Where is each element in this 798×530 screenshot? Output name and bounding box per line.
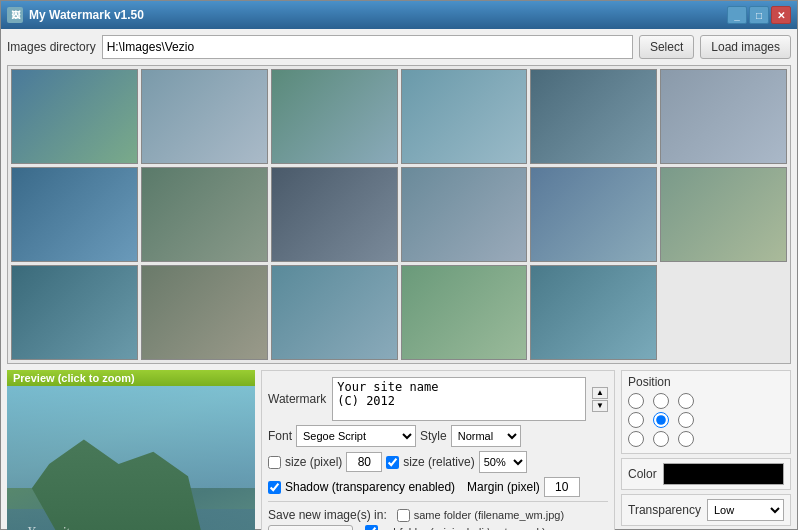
image-thumbnail[interactable] <box>530 167 657 262</box>
size-pixel-checkbox[interactable] <box>268 456 281 469</box>
maximize-button[interactable]: □ <box>749 6 769 24</box>
watermark-textarea[interactable]: Your site name (C) 2012 <box>332 377 586 421</box>
position-radio-ml[interactable] <box>628 412 644 428</box>
color-swatch[interactable] <box>663 463 784 485</box>
image-thumbnail[interactable] <box>271 265 398 360</box>
position-radio-bl[interactable] <box>628 431 644 447</box>
load-images-button[interactable]: Load images <box>700 35 791 59</box>
font-select[interactable]: Segoe Script Arial Times New Roman <box>296 425 416 447</box>
same-folder-row: same folder (filename_wm.jpg) <box>397 509 564 522</box>
watermark-text-row: Watermark Your site name (C) 2012 ▲ ▼ <box>268 377 608 421</box>
select-button[interactable]: Select <box>639 35 694 59</box>
color-label: Color <box>628 467 657 481</box>
position-radio-br[interactable] <box>678 431 694 447</box>
main-content: Images directory Select Load images <box>1 29 797 530</box>
titlebar: 🖼 My Watermark v1.50 _ □ ✕ <box>1 1 797 29</box>
preview-image[interactable]: Your site name (C) 2012 <box>7 386 255 530</box>
margin-label: Margin (pixel) <box>467 480 540 494</box>
directory-bar: Images directory Select Load images <box>7 35 791 59</box>
image-thumbnail[interactable] <box>141 69 268 164</box>
size-relative-checkbox[interactable] <box>386 456 399 469</box>
close-button[interactable]: ✕ <box>771 6 791 24</box>
image-thumbnail[interactable] <box>530 265 657 360</box>
preview-label: Preview (click to zoom) <box>7 370 255 386</box>
position-radio-tl[interactable] <box>628 393 644 409</box>
image-thumbnail[interactable] <box>271 69 398 164</box>
size-row: size (pixel) size (relative) 50% 25% 75% <box>268 451 608 473</box>
same-folder-checkbox[interactable] <box>397 509 410 522</box>
open-folder-button[interactable]: Open folder <box>268 525 353 530</box>
transparency-select[interactable]: Low Medium High None <box>707 499 784 521</box>
preview-panel: Preview (click to zoom) Your site name (… <box>7 370 255 530</box>
right-panel: Position Color <box>621 370 791 530</box>
image-thumbnail[interactable] <box>271 167 398 262</box>
window-controls: _ □ ✕ <box>727 6 791 24</box>
size-relative-label: size (relative) <box>403 455 474 469</box>
save-label: Save new image(s) in: <box>268 508 387 522</box>
position-radio-mr[interactable] <box>678 412 694 428</box>
watermark-settings: Watermark Your site name (C) 2012 ▲ ▼ Fo… <box>261 370 615 530</box>
watermark-label: Watermark <box>268 392 326 406</box>
image-thumbnail[interactable] <box>401 265 528 360</box>
watermark-scroll-down[interactable]: ▼ <box>592 400 608 412</box>
style-label: Style <box>420 429 447 443</box>
shadow-label: Shadow (transparency enabled) <box>285 480 455 494</box>
style-select[interactable]: Normal Bold Italic <box>451 425 521 447</box>
shadow-checkbox[interactable] <box>268 481 281 494</box>
position-grid <box>628 393 784 447</box>
window-title: My Watermark v1.50 <box>29 8 727 22</box>
minimize-button[interactable]: _ <box>727 6 747 24</box>
image-thumbnail[interactable] <box>11 167 138 262</box>
main-window: 🖼 My Watermark v1.50 _ □ ✕ Images direct… <box>0 0 798 530</box>
margin-input[interactable] <box>544 477 580 497</box>
size-pixel-input[interactable] <box>346 452 382 472</box>
font-label: Font <box>268 429 292 443</box>
bottom-section: Preview (click to zoom) Your site name (… <box>7 370 791 530</box>
position-radio-tr[interactable] <box>678 393 694 409</box>
image-thumbnail[interactable] <box>660 69 787 164</box>
shadow-row: Shadow (transparency enabled) Margin (pi… <box>268 477 608 497</box>
size-pixel-label: size (pixel) <box>285 455 342 469</box>
image-grid[interactable] <box>7 65 791 364</box>
save-section: Save new image(s) in: same folder (filen… <box>268 501 608 530</box>
save-row: Save new image(s) in: same folder (filen… <box>268 508 608 522</box>
position-label: Position <box>628 375 784 389</box>
image-thumbnail[interactable] <box>530 69 657 164</box>
image-thumbnail[interactable] <box>401 167 528 262</box>
color-section: Color <box>621 458 791 490</box>
image-thumbnail[interactable] <box>141 167 268 262</box>
transparency-section: Transparency Low Medium High None <box>621 494 791 526</box>
image-thumbnail[interactable] <box>660 167 787 262</box>
position-radio-bc[interactable] <box>653 431 669 447</box>
image-thumbnail[interactable] <box>141 265 268 360</box>
directory-label: Images directory <box>7 40 96 54</box>
same-folder-label: same folder (filename_wm.jpg) <box>414 509 564 521</box>
image-thumbnail[interactable] <box>401 69 528 164</box>
folder-btn-row: Open folder subfolder (original_dir\wate… <box>268 525 608 530</box>
image-thumbnail[interactable] <box>11 265 138 360</box>
font-row: Font Segoe Script Arial Times New Roman … <box>268 425 608 447</box>
image-thumbnail[interactable] <box>11 69 138 164</box>
position-radio-mc[interactable] <box>653 412 669 428</box>
watermark-scroll-up[interactable]: ▲ <box>592 387 608 399</box>
preview-watermark: Your site name (C) 2012 <box>27 524 110 530</box>
app-icon: 🖼 <box>7 7 23 23</box>
directory-input[interactable] <box>102 35 633 59</box>
subfolder-checkbox[interactable] <box>365 525 378 530</box>
subfolder-label: subfolder (original_dir\watermark) <box>382 526 546 530</box>
transparency-label: Transparency <box>628 503 701 517</box>
position-section: Position <box>621 370 791 454</box>
size-relative-select[interactable]: 50% 25% 75% <box>479 451 527 473</box>
subfolder-row: subfolder (original_dir\watermark) <box>365 525 546 530</box>
position-radio-tc[interactable] <box>653 393 669 409</box>
